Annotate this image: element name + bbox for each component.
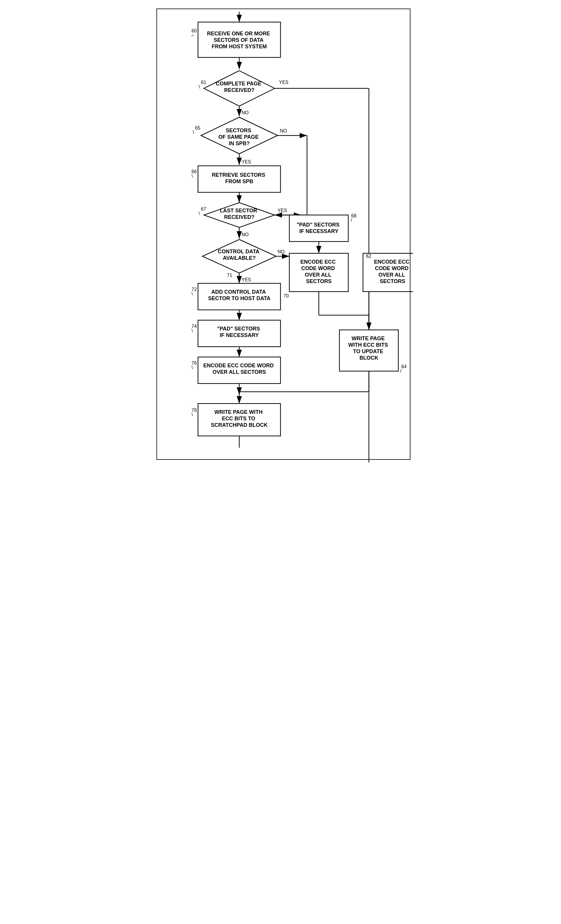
node-60-label: RECEIVE ONE OR MORE SECTORS OF DATA FROM… (207, 31, 272, 50)
label-64: 64 (401, 364, 406, 369)
diagram-wrapper: RECEIVE ONE OR MORE SECTORS OF DATA FROM… (148, 6, 413, 924)
label-64-slash: / (400, 369, 402, 374)
label-61: 61 (201, 80, 206, 85)
label-68-slash: / (351, 218, 352, 223)
label-67-slash: \ (199, 211, 200, 216)
page-container: RECEIVE ONE OR MORE SECTORS OF DATA FROM… (0, 0, 561, 924)
label-68: 68 (351, 213, 357, 218)
label-66-slash: \ (192, 174, 193, 178)
label-60-arrow: ⌐ (192, 33, 194, 38)
label-67: 67 (201, 207, 206, 212)
label-62: 62 (366, 254, 371, 259)
yes-label-61: YES (279, 80, 288, 85)
label-71: 71 (227, 273, 232, 278)
yes-label-ctl: YES (242, 277, 251, 282)
yes-label-67: YES (278, 208, 287, 213)
no-label-ctl: NO (278, 249, 285, 254)
label-70: 70 (284, 293, 289, 298)
label-76-slash: \ (192, 365, 193, 370)
flowchart-svg: RECEIVE ONE OR MORE SECTORS OF DATA FROM… (148, 6, 413, 919)
no-label-67: NO (242, 232, 249, 237)
no-label-65: NO (280, 128, 287, 134)
yes-label-65: YES (242, 159, 251, 164)
no-label-61: NO (242, 110, 249, 115)
label-74-slash: \ (192, 328, 193, 333)
label-61-slash: \ (199, 84, 200, 89)
label-78-slash: \ (192, 412, 193, 417)
label-65-slash: \ (193, 130, 194, 135)
label-72-slash: \ (192, 291, 193, 296)
label-65: 65 (195, 126, 200, 130)
